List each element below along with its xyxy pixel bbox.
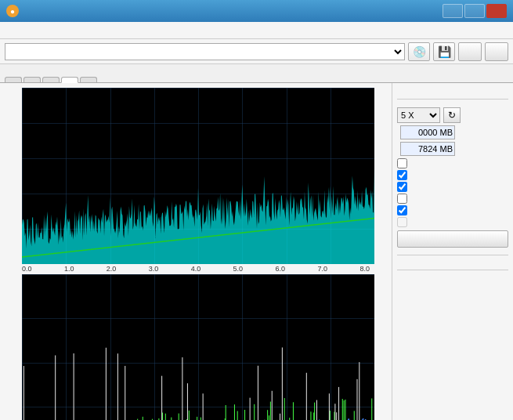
- disc-info-section: [397, 88, 508, 92]
- show-c2pif-checkbox[interactable]: [397, 182, 407, 192]
- menu-bar: [0, 22, 513, 39]
- tab-benchmark[interactable]: [5, 77, 22, 82]
- end-input[interactable]: [400, 142, 455, 156]
- settings-section: 5 X 4 X 8 X MAX ↻: [397, 106, 508, 248]
- toolbar-icon-btn2[interactable]: 💾: [433, 42, 455, 61]
- bottom-chart-canvas: [22, 274, 374, 420]
- progress-section: [397, 277, 508, 279]
- top-chart-y-axis-right: [374, 88, 388, 264]
- tabs: [0, 64, 513, 83]
- refresh-button[interactable]: ↻: [443, 107, 461, 123]
- bottom-chart-y-axis-right: [374, 274, 388, 420]
- menu-run-test[interactable]: [17, 29, 30, 32]
- show-jitter-checkbox[interactable]: [397, 194, 407, 204]
- bottom-chart-y-axis: [3, 274, 22, 420]
- right-panel: 5 X 4 X 8 X MAX ↻: [392, 83, 513, 420]
- start-input[interactable]: [400, 125, 455, 139]
- divider3: [397, 270, 508, 270]
- drive-select[interactable]: [5, 43, 405, 60]
- start-button[interactable]: [458, 42, 482, 61]
- app-icon: ●: [6, 5, 19, 17]
- menu-extra[interactable]: [31, 29, 44, 32]
- show-c1pie-checkbox[interactable]: [397, 170, 407, 180]
- top-chart-canvas: [22, 88, 374, 264]
- minimize-button[interactable]: [443, 4, 463, 18]
- top-chart-y-axis: [3, 88, 22, 264]
- tab-create-disc[interactable]: [23, 77, 41, 82]
- stop-button[interactable]: [485, 42, 508, 61]
- tab-disc-info[interactable]: [42, 77, 60, 82]
- menu-help[interactable]: [45, 29, 58, 32]
- title-bar: ●: [0, 0, 513, 22]
- chart-area: 0.01.02.03.04.05.06.07.08.0: [0, 83, 392, 420]
- divider1: [397, 99, 508, 100]
- menu-file[interactable]: [3, 29, 16, 32]
- maximize-button[interactable]: [464, 4, 485, 18]
- show-write-speed-checkbox[interactable]: [397, 217, 407, 227]
- divider2: [397, 255, 508, 255]
- show-read-speed-checkbox[interactable]: [397, 205, 407, 215]
- tab-disc-quality[interactable]: [61, 77, 78, 83]
- close-button[interactable]: [486, 4, 507, 18]
- main-content: 0.01.02.03.04.05.06.07.08.0: [0, 83, 513, 420]
- advanced-button[interactable]: [397, 230, 508, 248]
- toolbar: 💿 💾: [0, 39, 513, 64]
- top-chart-x-axis: 0.01.02.03.04.05.06.07.08.0: [3, 264, 388, 273]
- quick-scan-checkbox[interactable]: [397, 158, 407, 168]
- speed-select[interactable]: 5 X 4 X 8 X MAX: [397, 107, 440, 123]
- tab-scan-disc[interactable]: [80, 77, 97, 82]
- toolbar-icon-btn1[interactable]: 💿: [408, 42, 430, 61]
